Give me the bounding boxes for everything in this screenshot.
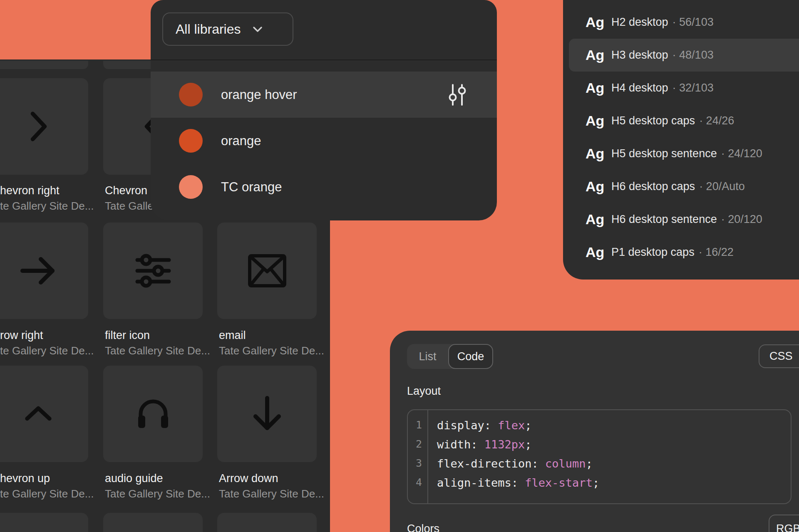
asset-card-partial xyxy=(217,513,317,532)
asset-card-email[interactable] xyxy=(217,223,317,319)
code-inspector-panel: List Code CSS Layout 1 2 3 4 display: fl… xyxy=(390,331,799,532)
asset-card-filter[interactable] xyxy=(103,223,203,319)
asset-card-chevron-up[interactable] xyxy=(0,366,88,462)
asset-card-source: te Gallery Site De... xyxy=(0,200,94,213)
email-icon xyxy=(246,250,288,292)
asset-card-name: hevron up xyxy=(0,472,50,485)
text-style-row-h5-sentence[interactable]: Ag H5 desktop sentence · 24/120 xyxy=(569,137,799,170)
tab-code[interactable]: Code xyxy=(448,344,493,369)
style-meta: · 32/103 xyxy=(672,82,714,94)
style-name: H5 desktop sentence xyxy=(611,147,717,160)
text-style-row-h5-caps[interactable]: Ag H5 desktop caps · 24/26 xyxy=(569,104,799,137)
asset-card-chevron-right[interactable] xyxy=(0,78,88,175)
view-mode-tabs: List Code xyxy=(407,344,493,369)
asset-card-arrow-down[interactable] xyxy=(217,366,317,462)
rgb-button-label: RGB xyxy=(776,522,799,532)
layout-section-label: Layout xyxy=(407,385,441,398)
style-meta: · 24/26 xyxy=(699,114,734,127)
asset-card-source: te Gallery Site De... xyxy=(0,487,94,500)
style-sample: Ag xyxy=(586,47,611,63)
style-name: H6 desktop caps xyxy=(611,180,695,193)
library-item-label: orange xyxy=(221,134,261,148)
style-meta: · 24/120 xyxy=(721,147,762,160)
style-sample: Ag xyxy=(586,80,611,96)
asset-card-source: te Gallery Site De... xyxy=(0,344,94,357)
color-swatch xyxy=(179,129,203,153)
style-sample: Ag xyxy=(586,211,611,228)
line-number-gutter: 1 2 3 4 xyxy=(408,410,428,503)
style-sample: Ag xyxy=(586,178,611,195)
code-line: flex-direction: column; xyxy=(437,457,599,476)
line-number: 4 xyxy=(408,476,427,495)
style-name: H2 desktop xyxy=(611,16,668,29)
color-swatch xyxy=(179,83,203,106)
line-number: 1 xyxy=(408,419,427,438)
asset-card-name: filter icon xyxy=(105,329,150,342)
text-style-row-h6-caps[interactable]: Ag H6 desktop caps · 20/Auto xyxy=(569,170,799,203)
style-sample: Ag xyxy=(586,146,611,162)
all-libraries-dropdown[interactable]: All libraries xyxy=(162,12,293,46)
style-name: H4 desktop xyxy=(611,82,668,94)
style-sample: Ag xyxy=(586,113,611,129)
code-line: width: 1132px; xyxy=(437,438,599,457)
text-style-row-h3[interactable]: Ag H3 desktop · 48/103 xyxy=(569,39,799,72)
adjust-sliders-icon[interactable] xyxy=(447,83,467,107)
chevron-right-icon xyxy=(18,106,58,146)
filter-icon xyxy=(132,250,174,292)
css-button-label: CSS xyxy=(769,350,793,363)
code-line: align-items: flex-start; xyxy=(437,476,599,495)
all-libraries-label: All libraries xyxy=(176,22,241,37)
color-swatch xyxy=(179,175,203,199)
style-name: H3 desktop xyxy=(611,49,668,62)
asset-card-source: Tate Gallery Site De... xyxy=(105,344,210,357)
asset-card-name: audio guide xyxy=(105,472,163,485)
asset-card-source: Tate Gallery Site De... xyxy=(219,344,324,357)
style-name: P1 desktop caps xyxy=(611,246,695,259)
headphones-icon xyxy=(132,393,174,435)
asset-card-source: Tate Gallery Site De... xyxy=(105,487,210,500)
text-style-row-p1-caps[interactable]: Ag P1 desktop caps · 16/22 xyxy=(569,236,799,269)
style-meta: · 56/103 xyxy=(672,16,714,29)
code-line: display: flex; xyxy=(437,419,599,438)
library-item-label: orange hover xyxy=(221,87,297,102)
text-styles-panel: Ag H2 desktop · 56/103 Ag H3 desktop · 4… xyxy=(563,0,799,280)
text-style-row-h2[interactable]: Ag H2 desktop · 56/103 xyxy=(569,6,799,39)
arrow-right-icon xyxy=(17,250,59,292)
asset-card-arrow-right[interactable] xyxy=(0,223,88,319)
asset-card-name: hevron right xyxy=(0,184,60,197)
libraries-popover: All libraries orange hover orange TC ora… xyxy=(151,0,497,220)
asset-card-source: Tate Gallery Site De... xyxy=(219,487,324,500)
asset-card-name: row right xyxy=(0,329,43,342)
css-language-button[interactable]: CSS xyxy=(759,344,799,368)
style-meta: · 20/Auto xyxy=(699,180,745,193)
chevron-up-icon xyxy=(18,394,58,434)
line-number: 2 xyxy=(408,438,427,457)
chevron-down-icon xyxy=(251,25,264,33)
style-meta: · 16/22 xyxy=(699,246,734,259)
library-item-orange-hover[interactable]: orange hover xyxy=(151,72,497,118)
style-meta: · 48/103 xyxy=(672,49,714,62)
style-name: H6 desktop sentence xyxy=(611,213,717,226)
library-item-orange[interactable]: orange xyxy=(151,118,497,164)
style-name: H5 desktop caps xyxy=(611,114,695,127)
style-sample: Ag xyxy=(586,244,611,260)
divider xyxy=(151,59,497,60)
asset-card-partial xyxy=(0,513,88,532)
library-item-label: TC orange xyxy=(221,180,282,195)
asset-card-audio-guide[interactable] xyxy=(103,366,203,462)
css-code-block[interactable]: 1 2 3 4 display: flex; width: 1132px; fl… xyxy=(407,409,792,504)
style-meta: · 20/120 xyxy=(721,213,762,226)
library-item-tc-orange[interactable]: TC orange xyxy=(151,164,497,210)
asset-card-name: email xyxy=(219,329,246,342)
tab-list[interactable]: List xyxy=(407,344,448,369)
code-lines: display: flex; width: 1132px; flex-direc… xyxy=(428,410,599,503)
asset-card-name: Arrow down xyxy=(219,472,278,485)
text-style-row-h4[interactable]: Ag H4 desktop · 32/103 xyxy=(569,72,799,104)
style-sample: Ag xyxy=(586,14,611,30)
text-style-row-h6-sentence[interactable]: Ag H6 desktop sentence · 20/120 xyxy=(569,203,799,236)
colors-section-label: Colors xyxy=(407,522,439,532)
asset-card-partial xyxy=(0,61,88,69)
line-number: 3 xyxy=(408,457,427,476)
asset-card-source: Tate Galler xyxy=(105,200,157,213)
rgb-color-mode-button[interactable]: RGB xyxy=(769,515,799,532)
